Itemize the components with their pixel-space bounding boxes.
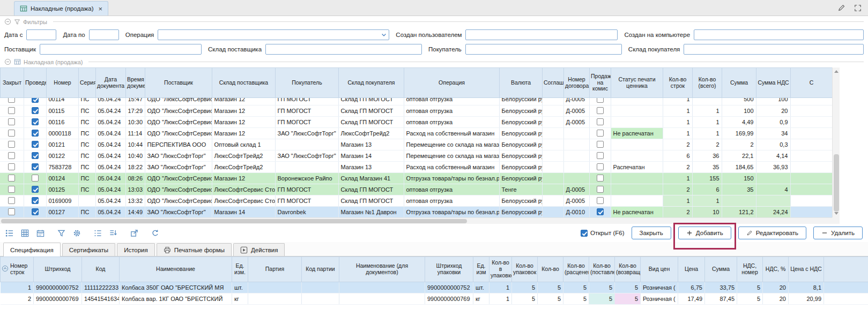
cell-closed[interactable] [0,98,24,105]
spec-column-header-pack_barcode[interactable]: Штрихкод упаковки [425,257,473,282]
checkbox-unchecked-icon[interactable] [8,107,15,114]
filter-icon[interactable] [55,227,67,239]
calendar-icon[interactable] [34,227,46,239]
checkbox-checked-icon[interactable] [32,107,39,114]
spec-column-header-price[interactable]: Цена [678,257,705,282]
checkbox-unchecked-icon[interactable] [8,141,15,148]
cell-commission[interactable] [589,127,611,139]
checkbox-unchecked-icon[interactable] [597,152,604,159]
open-external-icon[interactable] [128,227,140,239]
spec-column-header-qty_priced[interactable]: Кол-во (расценено) [563,257,589,282]
fullscreen-icon[interactable] [854,4,862,12]
invoice-row-00124[interactable]: 00124ПС05.04.2408:26ОДО "ЛюксСофтСервис"… [0,172,832,184]
spec-column-header-price_with_vat[interactable]: Цена с НДС [789,257,824,282]
column-header-supplier_store[interactable]: Склад поставщика [212,68,276,98]
scroll-down-arrow[interactable] [834,212,839,215]
invoice-row-00122[interactable]: 00122ПС05.04.2410:40ЗАО "ЛюксСофтТорг"Лю… [0,150,832,161]
column-header-tail[interactable]: С [791,68,833,98]
cell-commission[interactable] [589,98,611,105]
cell-posted[interactable] [24,116,46,127]
spec-column-header-vat_pct[interactable]: НДС, % [763,257,789,282]
column-header-operation[interactable]: Операция [404,68,500,98]
invoice-row-00115[interactable]: 00115ПС05.04.2417:29ОДО "ЛюксСофтСервис"… [0,105,832,116]
checkbox-unchecked-icon[interactable] [597,98,604,103]
column-header-currency[interactable]: Валюта [500,68,543,98]
checkbox-unchecked-icon[interactable] [597,118,604,125]
cell-commission[interactable] [589,195,611,206]
view-grid-icon[interactable] [19,227,31,239]
checkbox-checked-icon[interactable] [581,230,588,237]
column-header-agreement[interactable]: Соглашение [543,68,564,98]
open-f6-checkbox[interactable]: Открыт (F6) [581,230,624,237]
invoice-row-00127[interactable]: 00127ПС05.04.2414:49ЗАО "ЛюксСофтТорг"Ма… [0,206,832,217]
checkbox-unchecked-icon[interactable] [8,175,15,182]
cell-posted[interactable] [24,139,46,150]
cell-posted[interactable] [24,105,46,116]
checkbox-unchecked-icon[interactable] [597,197,604,204]
spec-column-header-doc_name[interactable]: Наименование (для документов) [339,257,425,282]
checkbox-checked-icon[interactable] [32,130,39,137]
cell-closed[interactable] [0,195,24,206]
refresh-icon[interactable] [149,227,161,239]
pencil-icon[interactable] [837,4,845,12]
filter-input-date_to[interactable] [89,29,119,40]
filter-input-operation[interactable] [158,29,389,40]
column-header-buyer_store[interactable]: Склад покупателя [339,68,404,98]
spec-row-1[interactable]: 1990000000075211111222233Колбаса 350Г ОА… [1,282,868,293]
scroll-up-arrow[interactable] [834,70,839,73]
cell-posted[interactable] [24,206,46,217]
checkbox-checked-icon[interactable] [32,141,39,148]
cell-commission[interactable] [589,105,611,116]
column-header-contract[interactable]: Номер договора [564,68,590,98]
close-button[interactable]: Закрыть [632,227,671,239]
checkbox-unchecked-icon[interactable] [597,186,604,193]
cell-posted[interactable] [24,184,46,195]
filter-input-created_by[interactable] [465,29,618,40]
cell-commission[interactable] [589,161,611,172]
invoice-row-0000118[interactable]: 0000118ПС05.04.2411:14ОДО "ЛюксСофтСерви… [0,127,832,139]
checkbox-unchecked-icon[interactable] [597,107,604,114]
checkbox-unchecked-icon[interactable] [8,98,15,103]
filter-input-created_on_computer[interactable] [694,29,864,40]
cell-commission[interactable] [589,139,611,150]
spec-column-header-num[interactable]: Номер строк [1,257,34,282]
column-header-date[interactable]: Дата документа [96,68,126,98]
filter-input-date_from[interactable] [26,29,56,40]
view-list-icon[interactable] [3,227,15,239]
checkbox-unchecked-icon[interactable] [597,163,604,170]
checkbox-checked-icon[interactable] [32,163,39,170]
filter-input-buyer_warehouse[interactable] [684,44,864,55]
column-header-closed[interactable]: Закрыт [1,68,24,98]
spec-column-header-qty_delivered[interactable]: Кол-во (поставлено) [589,257,615,282]
checkbox-checked-icon[interactable] [32,197,39,204]
cell-closed[interactable] [0,161,24,172]
tab-invoices-sale[interactable]: Накладные (продажа) × [14,1,108,16]
column-header-series[interactable]: Серия [79,68,96,98]
cell-closed[interactable] [0,172,24,184]
column-header-print_status[interactable]: Статус печати ценника [611,68,663,98]
invoice-row-00114[interactable]: 00114ПС05.04.2415:47ОДО "ЛюксСофтСервис"… [0,98,832,105]
cell-posted[interactable] [24,161,46,172]
column-header-number[interactable]: Номер [47,68,79,98]
cell-posted[interactable] [24,150,46,161]
spec-column-header-name[interactable]: Наименование [120,257,232,282]
spec-column-header-unit[interactable]: Ед. изм. [232,257,248,282]
invoice-row-7583728[interactable]: 7583728ПС05.04.2418:22ЗАО "ЛюксСофтТорг"… [0,161,832,172]
cell-closed[interactable] [0,139,24,150]
invoice-row-00125[interactable]: 00125ПС05.04.2413:03ОДО "ЛюксСофтСервис"… [0,184,832,195]
edit-button[interactable]: Редактировать [738,227,806,239]
cell-closed[interactable] [0,184,24,195]
collapse-icon[interactable] [4,58,11,65]
cell-commission[interactable] [589,150,611,161]
cell-posted[interactable] [24,195,46,206]
invoice-row-0169009[interactable]: 016900905.04.2413:32ОДО "ЛюксСофтСервис"… [0,195,832,206]
checkbox-unchecked-icon[interactable] [597,175,604,182]
checkbox-checked-icon[interactable] [597,208,604,215]
cell-posted[interactable] [24,98,46,105]
column-header-commission[interactable]: Продажа на комис [590,68,611,98]
spec-column-header-batch[interactable]: Партия [248,257,302,282]
cell-posted[interactable] [24,127,46,139]
spec-column-header-filler[interactable] [824,257,868,282]
cell-closed[interactable] [0,105,24,116]
collapse-icon[interactable] [4,18,11,25]
